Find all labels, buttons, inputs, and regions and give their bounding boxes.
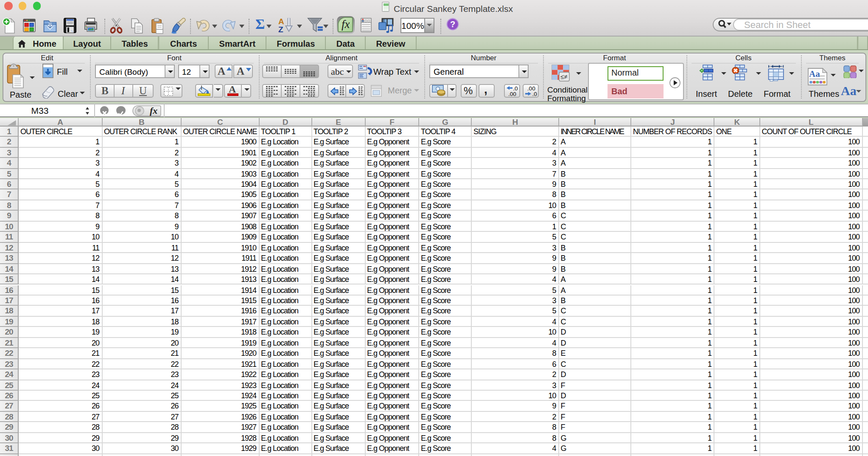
svg-text:.0: .0 <box>532 91 537 96</box>
svg-text:A: A <box>278 17 284 26</box>
svg-text:Z: Z <box>278 25 283 33</box>
svg-text:.00: .00 <box>508 91 516 96</box>
svg-text:?: ? <box>450 19 455 28</box>
svg-text:≤≠: ≤≠ <box>560 73 567 80</box>
svg-text:Aa: Aa <box>809 68 820 79</box>
